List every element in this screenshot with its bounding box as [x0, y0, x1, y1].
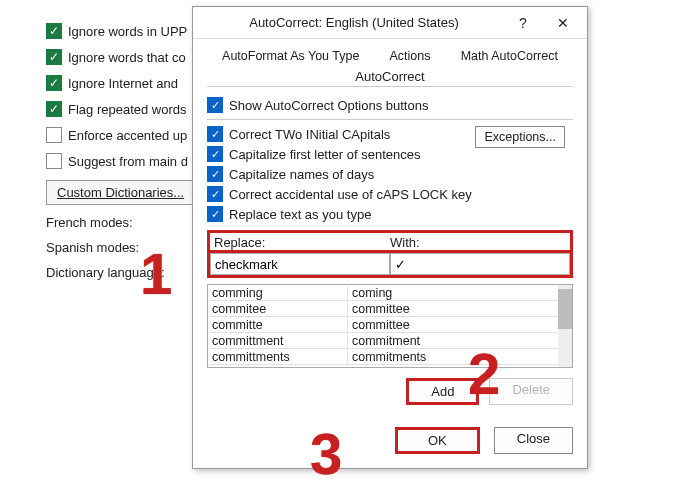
checkbox-icon[interactable]: ✓: [207, 206, 223, 222]
checkbox-icon[interactable]: ✓: [46, 101, 62, 117]
scroll-thumb[interactable]: [558, 289, 572, 329]
show-options-row[interactable]: ✓ Show AutoCorrect Options buttons: [207, 97, 573, 113]
checkbox-icon[interactable]: ✓: [207, 186, 223, 202]
replace-with-area: Replace: With: commingcoming commiteecom…: [207, 230, 573, 405]
with-label: With:: [390, 235, 566, 250]
help-button[interactable]: ?: [503, 8, 543, 38]
list-item: commingcoming: [208, 285, 558, 301]
annotation-2: 2: [468, 340, 500, 407]
checkbox-icon[interactable]: ✓: [46, 49, 62, 65]
bg-opt-label: Suggest from main d: [68, 154, 188, 169]
delete-button: Delete: [489, 378, 573, 405]
autocorrect-list[interactable]: commingcoming commiteecommittee committe…: [207, 284, 573, 368]
rule-3[interactable]: ✓ Correct accidental use of cAPS LOCK ke…: [207, 186, 573, 202]
bg-opt-label: Ignore Internet and: [68, 76, 178, 91]
bg-opt-label: Enforce accented up: [68, 128, 187, 143]
rule-2[interactable]: ✓ Capitalize names of days: [207, 166, 573, 182]
dialog-title: AutoCorrect: English (United States): [205, 15, 503, 30]
annotation-3: 3: [310, 420, 342, 487]
tab-math[interactable]: Math AutoCorrect: [461, 49, 558, 63]
checkbox-icon[interactable]: ✓: [207, 126, 223, 142]
bg-opt-label: Ignore words that co: [68, 50, 186, 65]
rule-4[interactable]: ✓ Replace text as you type: [207, 206, 573, 222]
replace-label: Replace:: [214, 235, 390, 250]
close-icon[interactable]: ✕: [543, 8, 583, 38]
checkbox-icon[interactable]: ✓: [46, 75, 62, 91]
checkbox-icon[interactable]: ✓: [46, 23, 62, 39]
ok-button[interactable]: OK: [395, 427, 480, 454]
close-button[interactable]: Close: [494, 427, 573, 454]
annotation-1: 1: [140, 240, 172, 307]
show-options-label: Show AutoCorrect Options buttons: [229, 98, 428, 113]
list-item: commiteecommittee: [208, 301, 558, 317]
tab-autocorrect[interactable]: AutoCorrect: [207, 67, 573, 87]
replace-input[interactable]: [210, 253, 390, 275]
rule-label: Capitalize first letter of sentences: [229, 147, 420, 162]
checkbox-icon[interactable]: [46, 153, 62, 169]
checkbox-icon[interactable]: [46, 127, 62, 143]
custom-dictionaries-button[interactable]: Custom Dictionaries...: [46, 180, 195, 205]
checkbox-icon[interactable]: ✓: [207, 146, 223, 162]
bg-opt-label: Flag repeated words: [68, 102, 187, 117]
tab-row-secondary: AutoFormat As You Type Actions Math Auto…: [207, 45, 573, 67]
rule-label: Correct accidental use of cAPS LOCK key: [229, 187, 472, 202]
rule-label: Replace text as you type: [229, 207, 371, 222]
list-item: committmentcommitment: [208, 333, 558, 349]
bg-opt-label: Ignore words in UPP: [68, 24, 187, 39]
with-input[interactable]: [390, 253, 570, 275]
rule-label: Correct TWo INitial CApitals: [229, 127, 390, 142]
rule-label: Capitalize names of days: [229, 167, 374, 182]
list-item: committecommittee: [208, 317, 558, 333]
autocorrect-dialog: AutoCorrect: English (United States) ? ✕…: [192, 6, 588, 469]
scrollbar[interactable]: [558, 285, 572, 367]
tab-actions[interactable]: Actions: [390, 49, 431, 63]
titlebar: AutoCorrect: English (United States) ? ✕: [193, 7, 587, 39]
checkbox-icon[interactable]: ✓: [207, 166, 223, 182]
list-item: committmentscommitments: [208, 349, 558, 365]
tab-autoformat[interactable]: AutoFormat As You Type: [222, 49, 359, 63]
rule-1[interactable]: ✓ Capitalize first letter of sentences: [207, 146, 573, 162]
exceptions-button[interactable]: Exceptions...: [475, 126, 565, 148]
checkbox-icon[interactable]: ✓: [207, 97, 223, 113]
